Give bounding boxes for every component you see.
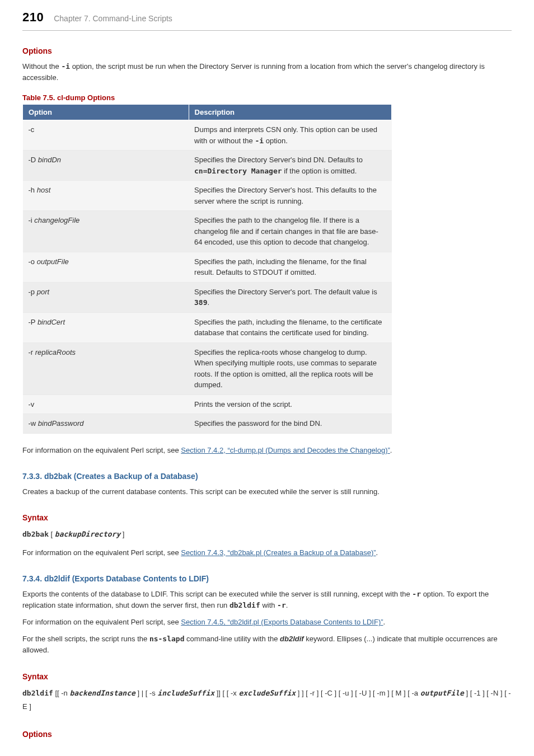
text: Without the [22,62,61,71]
section-733-desc: Creates a backup of the current database… [22,486,512,497]
syntax-db2ldif: db2ldif [[ -n backendInstance ] | [ -s i… [22,687,512,714]
table-row: -v Prints the version of the script. [23,395,392,414]
opt-flag: -h [29,186,37,194]
flag-i: -i [61,62,70,71]
opt-flag: -w [29,419,38,428]
link-db2ldif[interactable]: Section 7.4.5, “db2ldif.pl (Exports Data… [181,618,383,626]
text: . [376,548,378,557]
opt-arg: bindCert [38,318,65,326]
section-733-title: 7.3.3. db2bak (Creates a Backup of a Dat… [22,472,512,481]
text: . [383,618,386,626]
table-row: -h host Specifies the Directory Server's… [23,181,392,211]
text: with [260,601,277,609]
arg: backendInstance [69,689,135,697]
text: For information on the equivalent Perl s… [22,446,181,454]
chapter-title: Chapter 7. Command-Line Scripts [54,14,172,23]
text: For information on the equivalent Perl s… [22,618,181,626]
arg: outputFile [420,689,464,697]
text: command-line utility with the [185,635,280,643]
flag-r: -r [412,590,421,598]
opt-arg: bindDn [38,156,61,164]
arg: includeSuffix [157,689,214,697]
mono: cn=Directory Manager [194,167,282,175]
text: ] [120,530,124,538]
text: Specifies the path, including the filena… [194,318,382,337]
opt-flag: -c [29,125,35,134]
text: . [390,446,392,454]
text: For information on the equivalent Perl s… [22,548,181,557]
text: option, the script must be run when the … [22,62,485,82]
opt-arg: port [37,288,49,296]
cmd-ns-slapd: ns-slapd [149,635,185,643]
section-734-title: 7.3.4. db2ldif (Exports Database Content… [22,574,512,583]
text: Specifies the password for the bind DN. [194,419,322,428]
opt-flag: -p [29,288,37,296]
xref-db2bak: For information on the equivalent Perl s… [22,547,512,558]
text: Specifies the path, including the filena… [194,257,367,277]
xref-cldump: For information on the equivalent Perl s… [22,445,512,456]
syntax-heading-734: Syntax [22,672,512,681]
link-db2bak[interactable]: Section 7.4.3, “db2bak.pl (Creates a Bac… [181,548,376,557]
flag-r: -r [277,601,286,609]
page-header: 210 Chapter 7. Command-Line Scripts [22,0,512,31]
opt-arg: outputFile [37,257,69,266]
table-caption: Table 7.5. cl-dump Options [22,93,512,102]
opt-arg: replicaRoots [35,348,76,356]
opt-arg: changelogFile [34,216,79,224]
text: . [208,298,210,307]
arg: backupDirectory [55,530,120,538]
section-734-p3: For the shell scripts, the script runs t… [22,633,512,656]
opt-flag: -D [29,156,38,164]
text: ] | [ -s [135,689,158,697]
text: [ [49,530,55,538]
table-row: -o outputFile Specifies the path, includ… [23,252,392,282]
text: ]] [ [ -x [214,689,238,697]
table-row: -p port Specifies the Directory Server's… [23,282,392,312]
text: ] ] [ -r ] [ -C ] [ -u ] [ -U ] [ -m ] [… [296,689,420,697]
table-row: -D bindDn Specifies the Directory Server… [23,151,392,181]
keyword-db2ldif: db2ldif [280,635,304,643]
options-intro: Without the -i option, the script must b… [22,61,512,83]
col-description: Description [189,105,391,120]
options-heading-734: Options [22,730,512,739]
text: Specifies the Directory Server's bind DN… [194,156,363,164]
opt-flag: -r [29,348,35,356]
options-heading: Options [22,46,512,55]
opt-flag: -v [29,400,35,408]
opt-arg: host [37,186,51,194]
col-option: Option [23,105,189,120]
table-row: -r replicaRoots Specifies the replica-ro… [23,342,392,395]
opt-flag: -P [29,318,38,326]
syntax-db2bak: db2bak [ backupDirectory ] [22,528,512,542]
text: . [286,601,288,609]
text: Exports the contents of the database to … [22,590,412,598]
text: Specifies the Directory Server's host. T… [194,186,377,205]
table-row: -c Dumps and interprets CSN only. This o… [23,120,392,151]
link-cldump[interactable]: Section 7.4.2, “cl-dump.pl (Dumps and De… [181,446,390,454]
cmd-db2ldif: db2ldif [229,601,260,609]
opt-arg: bindPassword [38,419,84,428]
text: [[ -n [53,689,70,697]
page-number: 210 [22,10,44,25]
text: Specifies the Directory Server's port. T… [194,288,377,296]
mono: -i [255,137,264,145]
text: if the option is omitted. [282,167,357,175]
section-734-desc: Exports the contents of the database to … [22,589,512,611]
text: Prints the version of the script. [194,400,292,408]
table-row: -w bindPassword Specifies the password f… [23,414,392,434]
options-table: Option Description -c Dumps and interpre… [22,104,392,434]
text: option. [264,137,288,145]
opt-flag: -i [29,216,35,224]
text: Specifies the path to the changelog file… [194,216,378,246]
table-row: -i changelogFile Specifies the path to t… [23,211,392,252]
cmd: db2ldif [22,689,53,697]
text: Specifies the replica-roots whose change… [194,348,377,389]
cmd: db2bak [22,530,49,538]
table-row: -P bindCert Specifies the path, includin… [23,312,392,342]
text: For the shell scripts, the script runs t… [22,635,149,643]
xref-db2ldif: For information on the equivalent Perl s… [22,617,512,628]
arg: excludeSuffix [238,689,296,697]
opt-flag: -o [29,257,37,266]
mono: 389 [194,298,207,307]
syntax-heading-733: Syntax [22,513,512,522]
